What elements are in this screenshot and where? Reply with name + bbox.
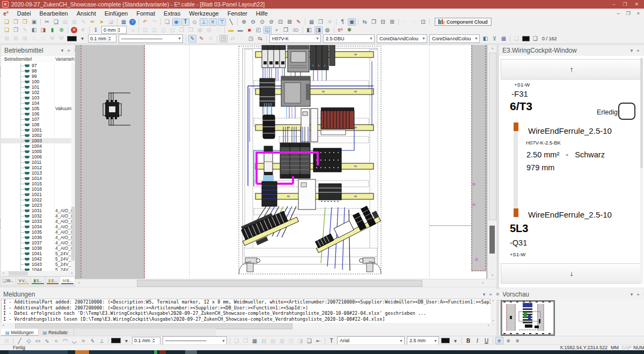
core-grid-icon[interactable]: ▦ [500, 35, 508, 42]
line-width[interactable]: 0.1 mm▴▾ [88, 34, 116, 42]
draw-zigzag-icon[interactable]: ϟ [89, 337, 97, 344]
wire-code-select[interactable]: 2.5-DBU▼ [323, 34, 375, 43]
sheet-frame-icon[interactable]: ❒ [317, 18, 325, 26]
menu-hilfe[interactable]: Hilfe [252, 10, 272, 17]
panel-tab-S[interactable]: ▮S... [31, 277, 46, 284]
align-middle-icon[interactable]: ≡ [209, 18, 217, 26]
zoom-window-icon[interactable]: ⊡ [276, 18, 284, 26]
draw-line-width[interactable]: 0.1 mm▴▾ [132, 337, 160, 345]
format-painter-icon[interactable]: ✏ [89, 18, 97, 26]
tree-horizontal-scrollbar[interactable]: ‹ › [1, 271, 75, 276]
font-size-select[interactable]: 2.5 mm▼ [407, 336, 439, 345]
tree-item-1013[interactable]: 1013 [1, 170, 71, 176]
indent-icon[interactable]: ⇤ [314, 337, 323, 344]
scroll-down-icon[interactable]: ˅ [488, 272, 497, 279]
pin-icon[interactable]: ⌖ [67, 48, 70, 54]
tree-item-1012[interactable]: 1012 [1, 165, 71, 170]
pin-offset-icon[interactable]: ↧ [92, 26, 100, 34]
grid-icon[interactable]: ▦ [308, 18, 316, 26]
message-horizontal-scrollbar[interactable]: ‹ › [1, 323, 491, 329]
canvas-vertical-scrollbar[interactable]: ˄ ˅ [487, 45, 497, 279]
cube-icon[interactable]: ◧ [305, 26, 313, 34]
text-tool-icon[interactable]: T [327, 337, 335, 344]
tree-item-104[interactable]: 104 [1, 100, 71, 106]
arrange2-icon[interactable]: ▫ [410, 18, 418, 26]
paste-icon[interactable]: ▤ [61, 18, 69, 26]
scroll-right-icon[interactable]: › [71, 271, 72, 275]
line-style[interactable]: ────────────▼ [119, 34, 183, 43]
tree-item-1001[interactable]: 1001 [1, 127, 71, 133]
line-color-arrow-icon[interactable]: ▾ [78, 35, 86, 42]
sheet-export-icon[interactable]: ◨ [39, 26, 47, 34]
sphere-icon[interactable]: ◍ [196, 26, 204, 34]
tree-item-107[interactable]: 107 [1, 117, 71, 122]
window-cascade-icon[interactable]: ❐ [370, 18, 378, 26]
box-front-icon[interactable]: ◫ [150, 26, 158, 34]
reroute-icon[interactable]: ⇄ [229, 35, 237, 42]
italic-icon[interactable]: I [473, 337, 481, 344]
tree-vertical-scrollbar[interactable] [71, 63, 75, 271]
draw-line-icon[interactable]: ╱ [16, 337, 24, 344]
box-iso-icon[interactable]: ◻ [169, 26, 177, 34]
pan-icon[interactable]: ✚ [326, 18, 334, 26]
draw-dimension-icon[interactable]: ⊥ [98, 337, 106, 344]
save-all-icon[interactable]: ❒ [21, 18, 29, 26]
undo-icon[interactable]: ↶ [141, 18, 149, 26]
tree-item-1016[interactable]: 1016 [1, 186, 71, 192]
panel-tab-S[interactable]: ▮S... [46, 277, 61, 284]
cylinder-icon[interactable]: ◎ [205, 26, 213, 34]
pin-offset[interactable]: 0 mm▴▾ [101, 26, 127, 34]
new-project-icon[interactable]: ❏ [3, 18, 11, 26]
wire-delete-icon[interactable]: ✕ [207, 35, 215, 42]
window-new-icon[interactable]: ⇆ [361, 18, 369, 26]
tree-item-1031[interactable]: 10314_AIO_u [1, 208, 71, 213]
message-log[interactable]: I - AdditionalPart added: 2007210000: (<… [1, 299, 492, 323]
zoom-previous-icon[interactable]: ⊘ [267, 18, 275, 26]
panel-menu-icon[interactable]: ▾ [61, 48, 64, 54]
menu-werkzeuge[interactable]: Werkzeuge [185, 10, 223, 17]
core-color-icon[interactable]: ◧ [481, 35, 489, 42]
tree-item-1034[interactable]: 10344_AIO_u [1, 224, 71, 229]
tile-vertical-icon[interactable]: ⊞ [388, 18, 396, 26]
box-solid-icon[interactable]: ❐ [187, 26, 195, 34]
menu-ansicht[interactable]: Ansicht [72, 10, 100, 17]
origin-icon[interactable]: ⊕ [57, 26, 65, 34]
wire-pen-red-icon[interactable]: ✎ [197, 35, 206, 42]
panel-sheet-icon[interactable]: ❐ [282, 26, 290, 34]
scroll-down-icon[interactable]: ˅ [492, 319, 494, 322]
align-top-icon[interactable]: ⊤ [218, 18, 226, 26]
fill-off-icon[interactable]: ▥ [278, 337, 286, 344]
tree-item-102[interactable]: 102 [1, 90, 71, 95]
duct-icon[interactable]: ▬ [227, 26, 235, 34]
panel-tab-V[interactable]: VV... [16, 277, 31, 284]
tree-item-1011[interactable]: 1011 [1, 160, 71, 165]
scroll-left-icon[interactable]: ‹ [3, 271, 4, 275]
pin-dots2-icon[interactable]: ∷ [39, 35, 47, 42]
flip-h-icon[interactable]: ◫ [287, 337, 295, 344]
align-right-icon[interactable]: ≡ [514, 337, 522, 344]
draw-color-arrow-icon[interactable]: ▾ [122, 337, 130, 344]
tree-item-1023[interactable]: 1023 [1, 203, 71, 208]
close-icon[interactable]: ✕ [495, 292, 500, 298]
tile-horizontal-icon[interactable]: ⊟ [379, 18, 387, 26]
tree-item-100[interactable]: 100 [1, 79, 71, 84]
picker-icon[interactable]: ➤ [98, 18, 106, 26]
tree-item-1037[interactable]: 10374_AIO_u [1, 240, 71, 245]
fill-color-swatch[interactable] [522, 36, 530, 41]
tab-meldungen[interactable]: ▤Meldungen [1, 329, 39, 336]
mount-plate-icon[interactable]: ■ [245, 26, 253, 34]
component-cloud-button[interactable]: Component Cloud [435, 18, 492, 26]
previous-wire-button[interactable]: ↑ [501, 59, 642, 80]
close-button[interactable]: ✕ [634, 2, 639, 7]
grid-small-icon[interactable]: ⊞ [3, 337, 11, 344]
line-color-swatch[interactable] [67, 36, 77, 41]
measure-icon[interactable]: ↘ [128, 26, 136, 34]
box-top-icon[interactable]: ◫ [141, 26, 149, 34]
sheet-edit-icon[interactable]: ✎ [21, 26, 29, 34]
redline-icon[interactable]: ✎ [295, 18, 303, 26]
tree-item-1043[interactable]: 10435_24V_N [1, 262, 71, 267]
tree-item-103[interactable]: 103 [1, 95, 71, 100]
draw-arc-icon[interactable]: ◠ [61, 337, 69, 344]
tree-item-99[interactable]: 99 [1, 74, 71, 79]
net-select-icon[interactable]: ◌ [238, 35, 246, 42]
